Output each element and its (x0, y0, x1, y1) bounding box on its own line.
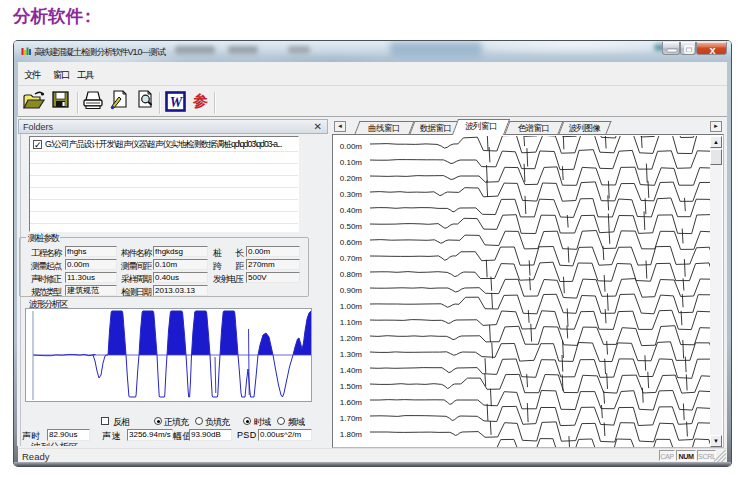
svg-text:W: W (170, 95, 184, 110)
svg-text:0.00m: 0.00m (340, 142, 363, 151)
svg-text:0.60m: 0.60m (340, 238, 363, 247)
svg-text:0.50m: 0.50m (340, 222, 363, 231)
svg-text:0.20m: 0.20m (340, 174, 363, 183)
svg-text:1.60m: 1.60m (340, 398, 363, 407)
svg-text:0.40m: 0.40m (340, 206, 363, 215)
svg-text:参: 参 (192, 92, 208, 109)
svg-text:1.50m: 1.50m (340, 382, 363, 391)
svg-text:1.10m: 1.10m (340, 318, 363, 327)
svg-text:x: x (709, 44, 716, 56)
svg-text:0.90m: 0.90m (340, 286, 363, 295)
svg-text:0.80m: 0.80m (340, 270, 363, 279)
svg-text:1.70m: 1.70m (340, 414, 363, 423)
svg-text:1.20m: 1.20m (340, 334, 363, 343)
svg-text:1.30m: 1.30m (340, 350, 363, 359)
svg-text:0.10m: 0.10m (340, 158, 363, 167)
svg-text:0.70m: 0.70m (340, 254, 363, 263)
svg-text:0.30m: 0.30m (340, 190, 363, 199)
svg-text:1.40m: 1.40m (340, 366, 363, 375)
svg-text:1.80m: 1.80m (340, 430, 363, 439)
svg-text:1.00m: 1.00m (340, 302, 363, 311)
